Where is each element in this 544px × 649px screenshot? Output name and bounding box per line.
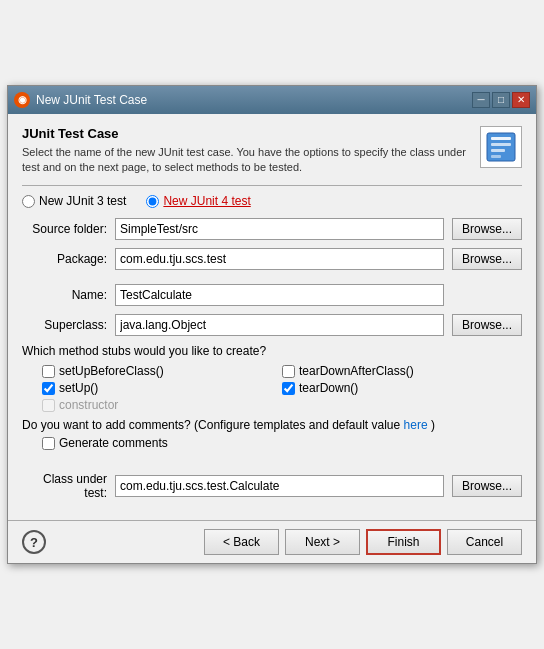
comments-section: Do you want to add comments? (Configure …	[22, 418, 522, 450]
setup-before-class-checkbox[interactable]	[42, 365, 55, 378]
window-icon: ◉	[14, 92, 30, 108]
teardown-after-class-label[interactable]: tearDownAfterClass()	[282, 364, 522, 378]
header-text: JUnit Test Case Select the name of the n…	[22, 126, 470, 176]
svg-rect-2	[491, 143, 511, 146]
svg-rect-1	[491, 137, 511, 140]
package-row: Package: Browse...	[22, 248, 522, 270]
name-input[interactable]	[115, 284, 444, 306]
setup-checkbox[interactable]	[42, 382, 55, 395]
class-under-test-input[interactable]	[115, 475, 444, 497]
minimize-button[interactable]: ─	[472, 92, 490, 108]
bottom-bar: ? < Back Next > Finish Cancel	[8, 520, 536, 563]
finish-button[interactable]: Finish	[366, 529, 441, 555]
header-title: JUnit Test Case	[22, 126, 470, 141]
next-button[interactable]: Next >	[285, 529, 360, 555]
source-folder-browse-button[interactable]: Browse...	[452, 218, 522, 240]
source-folder-input[interactable]	[115, 218, 444, 240]
class-under-test-label: Class under test:	[22, 472, 107, 500]
comments-title: Do you want to add comments? (Configure …	[22, 418, 522, 432]
title-bar-controls: ─ □ ✕	[472, 92, 530, 108]
source-folder-row: Source folder: Browse...	[22, 218, 522, 240]
stubs-title: Which method stubs would you like to cre…	[22, 344, 522, 358]
maximize-button[interactable]: □	[492, 92, 510, 108]
constructor-label[interactable]: constructor	[42, 398, 282, 412]
teardown-label[interactable]: tearDown()	[282, 381, 522, 395]
superclass-browse-button[interactable]: Browse...	[452, 314, 522, 336]
close-button[interactable]: ✕	[512, 92, 530, 108]
superclass-input[interactable]	[115, 314, 444, 336]
junit4-radio-label[interactable]: New JUnit 4 test	[146, 194, 250, 208]
window-title: New JUnit Test Case	[36, 93, 147, 107]
title-bar: ◉ New JUnit Test Case ─ □ ✕	[8, 86, 536, 114]
generate-comments-label[interactable]: Generate comments	[42, 436, 522, 450]
junit3-radio[interactable]	[22, 195, 35, 208]
setup-label[interactable]: setUp()	[42, 381, 282, 395]
dialog-content: JUnit Test Case Select the name of the n…	[8, 114, 536, 521]
source-folder-label: Source folder:	[22, 222, 107, 236]
setup-before-class-label[interactable]: setUpBeforeClass()	[42, 364, 282, 378]
radio-group: New JUnit 3 test New JUnit 4 test	[22, 194, 522, 208]
generate-comments-checkbox[interactable]	[42, 437, 55, 450]
superclass-label: Superclass:	[22, 318, 107, 332]
dialog-window: ◉ New JUnit Test Case ─ □ ✕ JUnit Test C…	[7, 85, 537, 565]
stubs-section: Which method stubs would you like to cre…	[22, 344, 522, 412]
constructor-checkbox	[42, 399, 55, 412]
package-browse-button[interactable]: Browse...	[452, 248, 522, 270]
package-label: Package:	[22, 252, 107, 266]
class-under-test-browse-button[interactable]: Browse...	[452, 475, 522, 497]
class-under-test-row: Class under test: Browse...	[22, 472, 522, 500]
separator-1	[22, 185, 522, 186]
header-description: Select the name of the new JUnit test ca…	[22, 145, 470, 176]
junit4-radio[interactable]	[146, 195, 159, 208]
cancel-button[interactable]: Cancel	[447, 529, 522, 555]
name-label: Name:	[22, 288, 107, 302]
junit3-radio-label[interactable]: New JUnit 3 test	[22, 194, 126, 208]
teardown-checkbox[interactable]	[282, 382, 295, 395]
svg-rect-3	[491, 149, 505, 152]
superclass-row: Superclass: Browse...	[22, 314, 522, 336]
name-row: Name:	[22, 284, 522, 306]
package-input[interactable]	[115, 248, 444, 270]
title-bar-left: ◉ New JUnit Test Case	[14, 92, 147, 108]
here-link[interactable]: here	[404, 418, 428, 432]
stubs-grid: setUpBeforeClass() tearDownAfterClass() …	[42, 364, 522, 412]
back-button[interactable]: < Back	[204, 529, 279, 555]
teardown-after-class-checkbox[interactable]	[282, 365, 295, 378]
header-section: JUnit Test Case Select the name of the n…	[22, 126, 522, 176]
spacer-2	[22, 458, 522, 468]
junit-icon	[480, 126, 522, 168]
svg-rect-4	[491, 155, 501, 158]
help-button[interactable]: ?	[22, 530, 46, 554]
